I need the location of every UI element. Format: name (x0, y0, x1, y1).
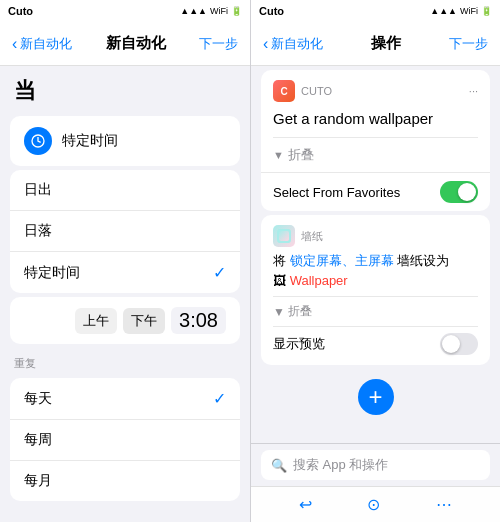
wallpaper-divider (273, 296, 478, 297)
undo-icon[interactable]: ↩ (299, 495, 312, 514)
ellipsis-icon: ··· (469, 85, 478, 97)
collapse-chevron-icon: ▼ (273, 149, 284, 161)
search-icon: 🔍 (271, 458, 287, 473)
cuto-collapse-label: 折叠 (288, 146, 314, 164)
search-area: 🔍 搜索 App 和操作 (251, 443, 500, 486)
wallpaper-collapse-label: 折叠 (288, 303, 312, 320)
left-app-name: Cuto (8, 5, 33, 17)
clock-icon-circle (24, 127, 52, 155)
right-status-icons: ▲▲▲ WiFi 🔋 (430, 6, 492, 16)
search-placeholder: 搜索 App 和操作 (293, 456, 388, 474)
wallpaper-inline-icon: 🖼 (273, 273, 290, 288)
specific-time-label: 特定时间 (24, 264, 213, 282)
circle-icon[interactable]: ⊙ (367, 495, 380, 514)
left-nav-bar: ‹ 新自动化 新自动化 下一步 (0, 22, 250, 66)
specific-time-check-icon: ✓ (213, 263, 226, 282)
weekly-item[interactable]: 每周 (10, 420, 240, 461)
wallpaper-app-label: 墙纸 (301, 229, 323, 244)
wallpaper-preview-row: 显示预览 (273, 326, 478, 355)
left-status-icons: ▲▲▲ WiFi 🔋 (180, 6, 242, 16)
left-content: 当 特定时间 日出 日落 特定时间 (0, 66, 250, 522)
cuto-action-header: C CUTO ··· (261, 70, 490, 108)
trigger-item[interactable]: 特定时间 (10, 116, 240, 166)
signal-icon: ▲▲▲ (180, 6, 207, 16)
sunrise-item[interactable]: 日出 (10, 170, 240, 211)
time-display[interactable]: 3:08 (171, 307, 226, 334)
add-button-row: + (251, 369, 500, 425)
left-back-button[interactable]: ‹ 新自动化 (12, 35, 72, 53)
right-chevron-left-icon: ‹ (263, 35, 268, 53)
right-nav-title: 操作 (371, 34, 401, 53)
wallpaper-preview-toggle[interactable] (440, 333, 478, 355)
trigger-card: 特定时间 (10, 116, 240, 166)
sunset-item[interactable]: 日落 (10, 211, 240, 252)
more-icon[interactable]: ⋯ (436, 495, 452, 514)
wallpaper-app-icon (273, 225, 295, 247)
right-status-bar: Cuto ▲▲▲ WiFi 🔋 (251, 0, 500, 22)
sunrise-label: 日出 (24, 181, 226, 199)
am-button[interactable]: 上午 (75, 308, 117, 334)
daily-label: 每天 (24, 390, 213, 408)
right-panel: Cuto ▲▲▲ WiFi 🔋 ‹ 新自动化 操作 下一步 C CUTO ···… (250, 0, 500, 522)
weekly-label: 每周 (24, 431, 226, 449)
left-next-button[interactable]: 下一步 (199, 35, 238, 53)
time-options-card: 日出 日落 特定时间 ✓ (10, 170, 240, 293)
wifi-icon: WiFi (210, 6, 228, 16)
svg-rect-2 (279, 231, 289, 241)
right-app-name: Cuto (259, 5, 284, 17)
left-back-label: 新自动化 (20, 35, 72, 53)
cuto-app-icon: C (273, 80, 295, 102)
right-bottom-toolbar: ↩ ⊙ ⋯ (251, 486, 500, 522)
wallpaper-action-suffix: 墙纸设为 (394, 253, 450, 268)
right-signal-icon: ▲▲▲ (430, 6, 457, 16)
left-nav-title: 新自动化 (106, 34, 166, 53)
sunset-label: 日落 (24, 222, 226, 240)
cuto-action-title: Get a random wallpaper (261, 108, 490, 137)
right-battery-icon: 🔋 (481, 6, 492, 16)
wallpaper-link[interactable]: Wallpaper (290, 273, 348, 288)
cuto-action-card: C CUTO ··· Get a random wallpaper ▼ 折叠 S… (261, 70, 490, 211)
right-back-button[interactable]: ‹ 新自动化 (263, 35, 323, 53)
right-content: C CUTO ··· Get a random wallpaper ▼ 折叠 S… (251, 66, 500, 443)
daily-item[interactable]: 每天 ✓ (10, 378, 240, 420)
wallpaper-preview-label: 显示预览 (273, 335, 325, 353)
monthly-item[interactable]: 每月 (10, 461, 240, 501)
right-nav-bar: ‹ 新自动化 操作 下一步 (251, 22, 500, 66)
wallpaper-collapse-row[interactable]: ▼ 折叠 (273, 303, 478, 320)
wallpaper-collapse-chevron-icon: ▼ (273, 305, 285, 319)
monthly-label: 每月 (24, 472, 226, 490)
trigger-label: 特定时间 (62, 132, 226, 150)
wallpaper-screens-highlight: 锁定屏幕、主屏幕 (290, 253, 394, 268)
cuto-app-label: CUTO (301, 85, 332, 97)
wallpaper-action-text: 将 锁定屏幕、主屏幕 墙纸设为 🖼 Wallpaper (273, 251, 478, 290)
wallpaper-action-prefix: 将 (273, 253, 290, 268)
time-picker: 上午 下午 3:08 (10, 297, 240, 344)
chevron-left-icon: ‹ (12, 35, 17, 53)
add-action-button[interactable]: + (358, 379, 394, 415)
wallpaper-action-card: 墙纸 将 锁定屏幕、主屏幕 墙纸设为 🖼 Wallpaper ▼ 折叠 显示预览 (261, 215, 490, 365)
cuto-collapse-row[interactable]: ▼ 折叠 (261, 138, 490, 172)
search-bar[interactable]: 🔍 搜索 App 和操作 (261, 450, 490, 480)
select-favorites-toggle[interactable] (440, 181, 478, 203)
repeat-section-label: 重复 (0, 348, 250, 374)
left-section-heading: 当 (0, 66, 250, 112)
select-favorites-label: Select From Favorites (273, 185, 440, 200)
battery-icon: 🔋 (231, 6, 242, 16)
pm-button[interactable]: 下午 (123, 308, 165, 334)
right-wifi-icon: WiFi (460, 6, 478, 16)
cuto-expand-button[interactable]: ··· (469, 85, 478, 97)
right-next-button[interactable]: 下一步 (449, 35, 488, 53)
specific-time-item[interactable]: 特定时间 ✓ (10, 252, 240, 293)
right-back-label: 新自动化 (271, 35, 323, 53)
wallpaper-header: 墙纸 (273, 225, 478, 247)
repeat-options-card: 每天 ✓ 每周 每月 (10, 378, 240, 501)
left-status-bar: Cuto ▲▲▲ WiFi 🔋 (0, 0, 250, 22)
daily-check-icon: ✓ (213, 389, 226, 408)
select-favorites-row: Select From Favorites (261, 172, 490, 211)
left-panel: Cuto ▲▲▲ WiFi 🔋 ‹ 新自动化 新自动化 下一步 当 (0, 0, 250, 522)
